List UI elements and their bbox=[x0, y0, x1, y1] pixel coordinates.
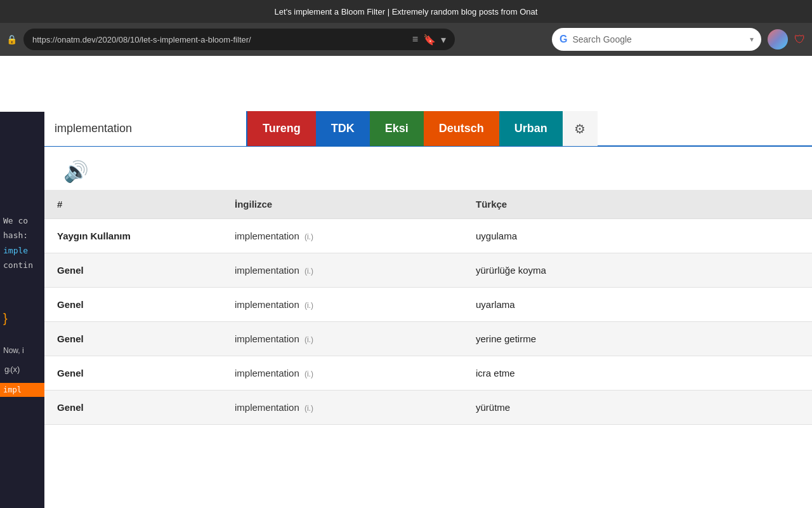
table-cell-category: Genel bbox=[44, 322, 222, 356]
table-header-row: # İngilizce Türkçe bbox=[44, 190, 812, 219]
google-logo: G bbox=[560, 34, 567, 45]
word-type-label: (i.) bbox=[304, 404, 313, 413]
bg-line-2: hash: bbox=[3, 228, 41, 243]
browser-address-bar: 🔒 https://onatm.dev/2020/08/10/let-s-imp… bbox=[0, 23, 812, 56]
dict-word-header: 🔊 bbox=[44, 147, 812, 190]
shield-icon[interactable]: 🛡 bbox=[794, 33, 806, 46]
table-cell-turkish: yerine getirme bbox=[463, 322, 812, 356]
browser-title-bar: Let's implement a Bloom Filter | Extreme… bbox=[0, 0, 812, 23]
bg-code-text: We co hash: imple contin bbox=[0, 112, 44, 273]
table-cell-turkish: yürürlüğe koyma bbox=[463, 253, 812, 288]
table-row: Genelimplementation (i.)icra etme bbox=[44, 356, 812, 391]
bg-line-3: imple bbox=[3, 243, 41, 258]
table-row: Genelimplementation (i.)yürürlüğe koyma bbox=[44, 253, 812, 288]
bg-closing-brace: } bbox=[3, 311, 44, 326]
tab-urban[interactable]: Urban bbox=[499, 111, 563, 146]
bg-math-formula: gᵢ(x) bbox=[3, 363, 41, 377]
search-input[interactable]: Search Google bbox=[572, 34, 745, 44]
table-cell-english: implementation (i.) bbox=[222, 322, 463, 356]
bookmark-icon[interactable]: 🔖 bbox=[423, 34, 436, 46]
tab-eksi[interactable]: Eksi bbox=[370, 111, 424, 146]
table-row: Genelimplementation (i.)yerine getirme bbox=[44, 322, 812, 356]
page-title: Let's implement a Bloom Filter | Extreme… bbox=[275, 7, 538, 17]
table-cell-category: Genel bbox=[44, 253, 222, 288]
col-header-english: İngilizce bbox=[222, 190, 463, 219]
table-row: Genelimplementation (i.)yürütme bbox=[44, 391, 812, 425]
tab-tdk[interactable]: TDK bbox=[316, 111, 370, 146]
table-cell-english: implementation (i.) bbox=[222, 253, 463, 288]
table-cell-category: Genel bbox=[44, 391, 222, 425]
table-cell-turkish: uyarlama bbox=[463, 288, 812, 322]
bg-code-snippet: impl bbox=[0, 383, 44, 397]
tab-tureng[interactable]: Tureng bbox=[247, 111, 316, 146]
user-avatar[interactable] bbox=[768, 29, 788, 50]
url-bar[interactable]: https://onatm.dev/2020/08/10/let-s-imple… bbox=[23, 29, 455, 50]
sound-icon[interactable]: 🔊 bbox=[63, 159, 89, 184]
table-cell-english: implementation (i.) bbox=[222, 356, 463, 391]
word-type-label: (i.) bbox=[304, 267, 313, 276]
search-dropdown-icon[interactable]: ▾ bbox=[750, 35, 754, 44]
dictionary-overlay: Tureng TDK Eksi Deutsch Urban ⚙ 🔊 bbox=[44, 112, 812, 508]
address-bar-icons: ≡ 🔖 ▾ bbox=[412, 34, 446, 46]
dict-toolbar: Tureng TDK Eksi Deutsch Urban ⚙ bbox=[44, 112, 812, 147]
dict-search-input[interactable] bbox=[44, 111, 247, 146]
background-blog-page: We co hash: imple contin } Now, i gᵢ(x) … bbox=[0, 112, 44, 508]
table-row: Genelimplementation (i.)uyarlama bbox=[44, 288, 812, 322]
google-search-bar[interactable]: G Search Google ▾ bbox=[552, 28, 761, 51]
bg-blog-text: Now, i gᵢ(x) bbox=[0, 345, 44, 377]
table-cell-turkish: uygulama bbox=[463, 219, 812, 253]
word-type-label: (i.) bbox=[304, 232, 313, 241]
translations-table: # İngilizce Türkçe Yaygın Kullanımimplem… bbox=[44, 190, 812, 425]
table-row: Yaygın Kullanımimplementation (i.)uygula… bbox=[44, 219, 812, 253]
table-cell-turkish: icra etme bbox=[463, 356, 812, 391]
lock-icon: 🔒 bbox=[6, 34, 17, 44]
col-header-turkish: Türkçe bbox=[463, 190, 812, 219]
bg-line-4: contin bbox=[3, 258, 41, 272]
table-cell-category: Yaygın Kullanım bbox=[44, 219, 222, 253]
col-header-number: # bbox=[44, 190, 222, 219]
table-cell-english: implementation (i.) bbox=[222, 219, 463, 253]
word-type-label: (i.) bbox=[304, 335, 313, 344]
dropdown-arrow-icon[interactable]: ▾ bbox=[441, 34, 446, 46]
table-cell-turkish: yürütme bbox=[463, 391, 812, 425]
tab-deutsch[interactable]: Deutsch bbox=[424, 111, 499, 146]
url-text: https://onatm.dev/2020/08/10/let-s-imple… bbox=[32, 35, 407, 44]
bg-now-text: Now, i bbox=[3, 345, 41, 357]
settings-button[interactable]: ⚙ bbox=[563, 111, 598, 146]
table-cell-category: Genel bbox=[44, 288, 222, 322]
word-type-label: (i.) bbox=[304, 370, 313, 378]
table-cell-category: Genel bbox=[44, 356, 222, 391]
word-type-label: (i.) bbox=[304, 301, 313, 310]
table-cell-english: implementation (i.) bbox=[222, 391, 463, 425]
bg-line-1: We co bbox=[3, 213, 41, 228]
menu-icon[interactable]: ≡ bbox=[412, 34, 418, 45]
dict-content: 🔊 # İngilizce Türkçe Yaygın Kullanımimpl… bbox=[44, 147, 812, 508]
table-cell-english: implementation (i.) bbox=[222, 288, 463, 322]
